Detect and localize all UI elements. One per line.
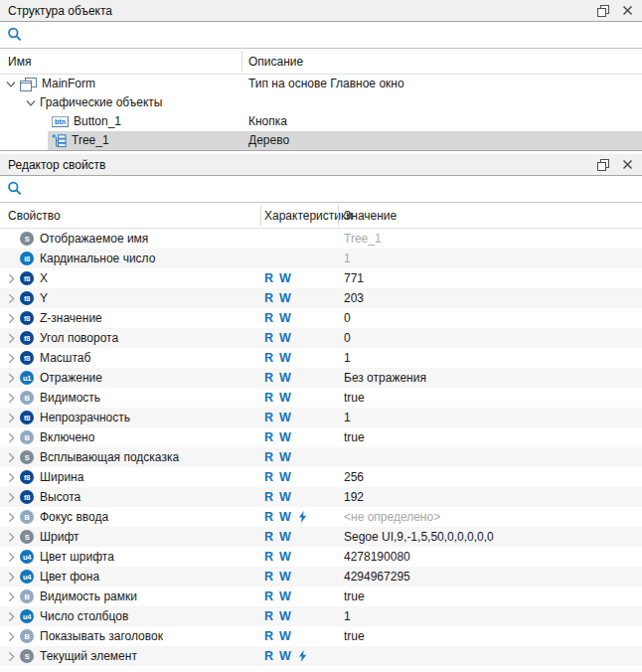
property-value[interactable]: true [338, 430, 642, 444]
property-panel-titlebar[interactable]: Редактор свойств [0, 154, 642, 176]
close-icon[interactable] [618, 156, 636, 174]
column-header-property[interactable]: Свойство [8, 203, 61, 229]
readable-flag: R [264, 311, 273, 325]
property-name: Всплывающая подсказка [40, 450, 179, 464]
property-row[interactable]: f8НепрозрачностьRW1 [0, 408, 642, 427]
property-value[interactable]: 1 [338, 252, 642, 265]
chevron-right-icon[interactable] [4, 413, 18, 423]
column-separator[interactable] [241, 51, 242, 72]
property-value[interactable]: true [338, 629, 642, 643]
writable-flag: W [279, 470, 291, 484]
property-row[interactable]: f8ШиринаRW256 [0, 467, 642, 487]
chevron-right-icon[interactable] [4, 313, 18, 324]
chevron-right-icon[interactable] [4, 452, 18, 463]
property-value[interactable]: Tree_1 [338, 232, 642, 246]
property-row[interactable]: BВключеноRWtrue [0, 427, 642, 447]
column-header-description[interactable]: Описание [248, 49, 303, 75]
property-row[interactable]: u1ОтражениеRWБез отражения [0, 368, 642, 388]
app-window: Структура объекта Имя Описание MainFormТ… [0, 0, 642, 666]
chevron-right-icon[interactable] [4, 333, 18, 344]
property-value[interactable]: 192 [338, 490, 642, 504]
search-input[interactable] [29, 25, 642, 45]
column-header-characteristics[interactable]: Характеристики [264, 203, 353, 229]
chevron-right-icon[interactable] [4, 393, 18, 404]
writable-flag: W [279, 530, 291, 544]
property-row[interactable]: u4Цвет шрифтаRW4278190080 [0, 547, 642, 567]
property-value[interactable]: <не определено> [338, 510, 642, 524]
float-panel-icon[interactable] [594, 156, 612, 174]
structure-panel-titlebar[interactable]: Структура объекта [0, 0, 642, 22]
chevron-right-icon[interactable] [4, 373, 18, 384]
property-value[interactable]: 4278190080 [338, 550, 642, 564]
column-header-name[interactable]: Имя [8, 49, 31, 75]
property-columns-header[interactable]: Свойство Характеристики Значение [0, 203, 642, 229]
property-row[interactable]: BФокус вводаRW<не определено> [0, 507, 642, 527]
column-separator[interactable] [260, 205, 261, 226]
property-row[interactable]: u4Цвет фонаRW4294967295 [0, 567, 642, 587]
property-value[interactable]: 1 [338, 351, 642, 365]
chevron-right-icon[interactable] [4, 611, 18, 622]
property-value[interactable]: 1 [338, 609, 642, 623]
property-row[interactable]: BВидимость рамкиRWtrue [0, 587, 642, 606]
search-input[interactable] [29, 179, 642, 199]
property-value[interactable]: true [338, 391, 642, 405]
chevron-right-icon[interactable] [4, 631, 18, 642]
chevron-right-icon[interactable] [4, 472, 18, 483]
chevron-right-icon[interactable] [4, 353, 18, 364]
type-u1-icon: u1 [20, 371, 34, 385]
tree-row-button-1[interactable]: btnButton_1Кнопка [0, 112, 642, 131]
readable-flag: R [264, 649, 273, 663]
property-value[interactable]: Segoe UI,9,-1,5,50,0,0,0,0,0 [338, 530, 642, 544]
chevron-right-icon[interactable] [4, 552, 18, 563]
tree-row-tree-1[interactable]: Tree_1Дерево [0, 131, 642, 150]
property-value[interactable]: 0 [338, 311, 642, 325]
chevron-right-icon[interactable] [4, 432, 18, 443]
column-separator[interactable] [338, 205, 339, 226]
property-name: Z-значение [40, 311, 102, 325]
property-row[interactable]: SШрифтRWSegoe UI,9,-1,5,50,0,0,0,0,0 [0, 527, 642, 547]
writable-flag: W [279, 411, 291, 424]
chevron-right-icon[interactable] [4, 651, 18, 662]
chevron-right-icon[interactable] [4, 293, 18, 304]
property-row[interactable]: SОтображаемое имяTree_1 [0, 229, 642, 249]
chevron-right-icon[interactable] [4, 512, 18, 523]
chevron-down-icon[interactable] [4, 81, 18, 88]
property-row[interactable]: f8Z-значениеRW0 [0, 308, 642, 328]
tree-row-mainform[interactable]: MainFormТип на основе Главное окно [0, 75, 642, 93]
chevron-right-icon[interactable] [4, 532, 18, 543]
writable-flag: W [279, 291, 291, 305]
property-row[interactable]: SВсплывающая подсказкаRW [0, 447, 642, 467]
close-icon[interactable] [618, 2, 636, 20]
readable-flag: R [264, 530, 273, 544]
chevron-down-icon[interactable] [24, 99, 38, 107]
property-row[interactable]: f8ВысотаRW192 [0, 487, 642, 507]
property-value[interactable]: 1 [338, 411, 642, 424]
property-value[interactable]: 256 [338, 470, 642, 484]
structure-columns-header[interactable]: Имя Описание [0, 49, 642, 75]
chevron-right-icon[interactable] [4, 591, 18, 602]
property-value[interactable]: 771 [338, 271, 642, 285]
property-row[interactable]: u4Число столбцовRW1 [0, 606, 642, 626]
property-row[interactable]: BВидимостьRWtrue [0, 388, 642, 408]
property-name: Масштаб [40, 351, 90, 365]
type-u4-icon: u4 [20, 609, 34, 623]
property-row[interactable]: i8Кардинальное число1 [0, 249, 642, 268]
column-header-value[interactable]: Значение [344, 203, 397, 229]
chevron-right-icon[interactable] [4, 572, 18, 583]
property-row[interactable]: SТекущий элементRW [0, 646, 642, 666]
property-row[interactable]: BПоказывать заголовокRWtrue [0, 626, 642, 646]
property-value[interactable]: 0 [338, 331, 642, 345]
property-value[interactable]: 4294967295 [338, 570, 642, 584]
property-row[interactable]: f8МасштабRW1 [0, 348, 642, 368]
property-row[interactable]: f8YRW203 [0, 288, 642, 308]
property-value[interactable]: Без отражения [338, 371, 642, 385]
writable-flag: W [279, 331, 291, 345]
property-value[interactable]: 203 [338, 291, 642, 305]
chevron-right-icon[interactable] [4, 492, 18, 503]
property-row[interactable]: f8Угол поворотаRW0 [0, 328, 642, 348]
float-panel-icon[interactable] [594, 2, 612, 20]
tree-row-1[interactable]: Графические объекты [0, 93, 642, 112]
property-row[interactable]: f8XRW771 [0, 268, 642, 288]
property-value[interactable]: true [338, 589, 642, 603]
chevron-right-icon[interactable] [4, 273, 18, 284]
